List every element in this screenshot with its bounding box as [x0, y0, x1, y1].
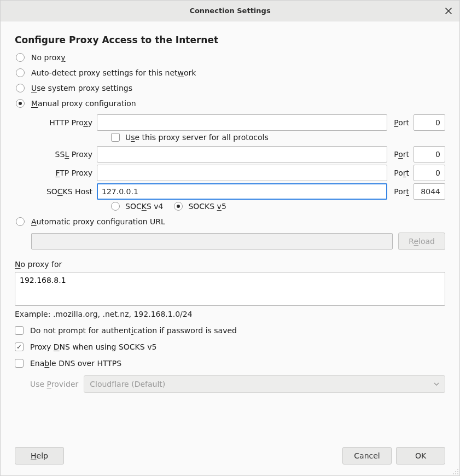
- check-proxy-dns-socks5[interactable]: Proxy DNS when using SOCKS v5: [15, 343, 445, 351]
- radio-indicator: [16, 217, 25, 226]
- doh-provider-value: Cloudflare (Default): [90, 380, 165, 388]
- chevron-down-icon: [434, 382, 439, 386]
- close-icon: [445, 8, 452, 14]
- svg-point-1: [455, 471, 456, 472]
- checkbox-indicator: [15, 359, 24, 368]
- auto-config-url-row: Reload: [31, 233, 445, 250]
- radio-auto-config-url[interactable]: Automatic proxy configuration URL: [16, 217, 445, 226]
- manual-proxy-grid: HTTP Proxy Port Use this proxy server fo…: [31, 114, 445, 211]
- ssl-proxy-host-input[interactable]: [97, 146, 387, 162]
- http-proxy-label: HTTP Proxy: [31, 118, 95, 127]
- ftp-proxy-port-input[interactable]: [414, 165, 445, 181]
- radio-manual-proxy[interactable]: Manual proxy configuration: [16, 99, 445, 108]
- help-button[interactable]: Help: [15, 447, 64, 465]
- check-enable-doh[interactable]: Enable DNS over HTTPS: [15, 359, 445, 368]
- cancel-button[interactable]: Cancel: [342, 447, 392, 465]
- ftp-proxy-label: FTP Proxy: [31, 169, 95, 177]
- radio-label: Use system proxy settings: [31, 84, 132, 92]
- radio-system-proxy[interactable]: Use system proxy settings: [16, 84, 445, 92]
- radio-label: Auto-detect proxy settings for this netw…: [31, 68, 196, 77]
- radio-socks-v5[interactable]: [174, 202, 183, 211]
- connection-settings-dialog: Connection Settings Configure Proxy Acce…: [0, 0, 460, 476]
- dialog-footer: Help Cancel OK: [1, 440, 459, 475]
- checkbox-label: Use this proxy server for all protocols: [125, 133, 269, 142]
- checkbox-label: Enable DNS over HTTPS: [30, 359, 121, 368]
- http-proxy-port-label: Port: [394, 118, 409, 127]
- socks-v5-label: SOCKS v5: [188, 202, 226, 211]
- socks-host-label: SOCKS Host: [31, 187, 95, 196]
- radio-no-proxy[interactable]: No proxy: [16, 53, 445, 62]
- page-heading: Configure Proxy Access to the Internet: [15, 34, 445, 45]
- checkbox-indicator: [15, 326, 24, 335]
- radio-label: No proxy: [31, 53, 66, 62]
- svg-point-4: [455, 473, 456, 474]
- svg-point-5: [457, 473, 458, 474]
- http-proxy-row: HTTP Proxy Port: [31, 114, 445, 131]
- radio-label: Automatic proxy configuration URL: [31, 217, 165, 226]
- radio-indicator: [16, 68, 25, 77]
- check-no-auth-prompt[interactable]: Do not prompt for authentication if pass…: [15, 326, 445, 335]
- radio-socks-v4[interactable]: [111, 202, 120, 211]
- ftp-proxy-row: FTP Proxy Port: [31, 165, 445, 181]
- ftp-proxy-port-label: Port: [394, 169, 409, 177]
- socks-port-label: Port: [394, 187, 409, 196]
- ssl-proxy-port-input[interactable]: [414, 146, 445, 162]
- svg-point-0: [457, 469, 458, 470]
- titlebar: Connection Settings: [1, 1, 459, 21]
- checkbox-indicator: [15, 343, 24, 351]
- socks-v4-label: SOCKS v4: [125, 202, 163, 211]
- http-proxy-host-input[interactable]: [97, 114, 387, 131]
- window-title: Connection Settings: [189, 7, 270, 15]
- http-proxy-port-input[interactable]: [414, 114, 445, 131]
- ssl-proxy-port-label: Port: [394, 150, 409, 159]
- ftp-proxy-host-input[interactable]: [97, 165, 387, 181]
- checkbox-indicator: [111, 133, 120, 142]
- ssl-proxy-label: SSL Proxy: [31, 150, 95, 159]
- ssl-proxy-row: SSL Proxy Port: [31, 146, 445, 162]
- use-for-all-row[interactable]: Use this proxy server for all protocols: [111, 133, 445, 142]
- close-button[interactable]: [443, 5, 454, 16]
- checkbox-label: Do not prompt for authentication if pass…: [30, 326, 237, 335]
- svg-point-2: [457, 471, 458, 472]
- socks-version-group: SOCKS v4 SOCKS v5: [111, 202, 445, 211]
- dialog-content: Configure Proxy Access to the Internet N…: [1, 21, 459, 440]
- no-proxy-example: Example: .mozilla.org, .net.nz, 192.168.…: [15, 310, 445, 318]
- socks-host-input[interactable]: [97, 183, 387, 200]
- reload-button: Reload: [398, 233, 445, 250]
- auto-config-url-input: [31, 233, 393, 249]
- checkbox-label: Proxy DNS when using SOCKS v5: [30, 343, 156, 351]
- radio-indicator: [16, 84, 25, 92]
- no-proxy-for-label: No proxy for: [15, 260, 445, 269]
- doh-provider-label: Use Provider: [30, 380, 78, 388]
- ok-button[interactable]: OK: [396, 447, 445, 465]
- doh-provider-select: Cloudflare (Default): [84, 375, 445, 393]
- radio-label: Manual proxy configuration: [31, 99, 136, 108]
- socks-port-input[interactable]: [414, 183, 445, 200]
- doh-provider-row: Use Provider Cloudflare (Default): [30, 375, 445, 393]
- no-proxy-for-textarea[interactable]: [15, 272, 445, 306]
- socks-host-row: SOCKS Host Port: [31, 183, 445, 200]
- svg-point-3: [453, 473, 454, 474]
- radio-indicator: [16, 99, 25, 108]
- radio-auto-detect[interactable]: Auto-detect proxy settings for this netw…: [16, 68, 445, 77]
- radio-indicator: [16, 53, 25, 62]
- resize-grip-icon[interactable]: [451, 467, 459, 475]
